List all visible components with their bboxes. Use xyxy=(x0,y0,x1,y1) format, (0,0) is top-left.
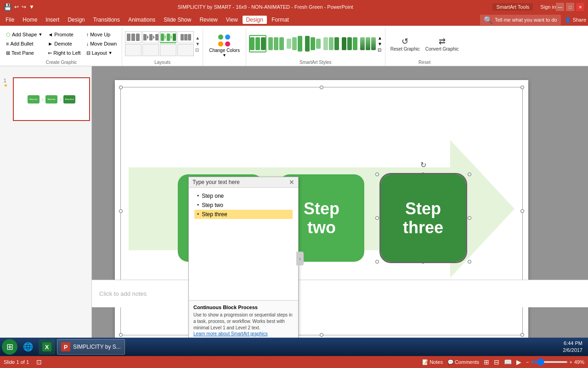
menu-view[interactable]: View xyxy=(222,16,242,24)
fit-slide-icon[interactable]: ⊡ xyxy=(36,358,42,366)
text-pane-item-2[interactable]: • Step two xyxy=(194,201,293,210)
layout-expand[interactable]: ⊡ xyxy=(195,47,200,52)
style-swatch-6[interactable] xyxy=(341,35,358,52)
slide-thumbnail[interactable]: Step one › Step two › Step three xyxy=(13,77,90,121)
learn-more-link[interactable]: Learn more about SmartArt graphics xyxy=(193,331,294,336)
styles-scroll-down[interactable]: ▼ xyxy=(378,41,382,46)
add-bullet-button[interactable]: ≡ Add Bullet xyxy=(4,40,45,48)
style-swatch-4[interactable] xyxy=(304,35,322,52)
notes-button[interactable]: 📝 Notes xyxy=(422,359,443,365)
layout-swatch-7[interactable] xyxy=(160,44,176,56)
style-swatch-7[interactable] xyxy=(359,35,377,52)
step3-handle-bl[interactable] xyxy=(375,260,379,264)
step3-handle-tl[interactable] xyxy=(375,172,379,176)
step3-handle-mr[interactable] xyxy=(468,216,471,220)
rotate-handle[interactable]: ↻ xyxy=(420,161,426,169)
text-pane-empty-area[interactable] xyxy=(194,223,293,296)
menu-insert[interactable]: Insert xyxy=(42,16,63,24)
handle-tr[interactable] xyxy=(520,86,524,89)
text-pane-close-button[interactable]: ✕ xyxy=(289,179,294,185)
handle-bc[interactable] xyxy=(320,333,323,337)
menu-transitions[interactable]: Transitions xyxy=(90,16,124,24)
zoom-in-icon[interactable]: + xyxy=(570,359,572,365)
text-pane-item-3-label: Step three xyxy=(202,211,227,218)
notes-area[interactable]: Click to add notes xyxy=(92,280,588,307)
start-button[interactable]: ⊞ xyxy=(2,339,17,355)
menu-home[interactable]: Home xyxy=(19,16,41,24)
right-to-left-button[interactable]: ⇐ Right to Left xyxy=(45,49,83,57)
step-three-label: Step three xyxy=(403,199,443,237)
layout-swatch-5[interactable] xyxy=(125,44,141,56)
handle-bl[interactable] xyxy=(119,333,123,337)
maximize-button[interactable]: □ xyxy=(566,3,574,11)
step3-handle-br[interactable] xyxy=(468,260,471,264)
styles-expand[interactable]: ⊡ xyxy=(378,47,382,52)
main-editing-area[interactable]: Step one Step two ↻ Step three xyxy=(92,66,588,338)
undo-icon[interactable]: ↩ xyxy=(14,4,19,10)
reset-graphic-button[interactable]: ↺ Reset Graphic xyxy=(388,31,422,57)
window-controls[interactable]: — □ ✕ xyxy=(556,3,584,11)
menu-file[interactable]: File xyxy=(2,16,18,24)
minimize-button[interactable]: — xyxy=(556,3,564,11)
move-up-button[interactable]: ↑ Move Up xyxy=(84,30,119,39)
style-swatch-3[interactable] xyxy=(286,35,303,52)
layout-swatch-1[interactable] xyxy=(125,31,141,43)
layout-swatch-6[interactable] xyxy=(142,44,159,56)
share-button[interactable]: 👤 Share xyxy=(565,17,586,23)
zoom-slider-input[interactable] xyxy=(531,361,568,363)
comments-button[interactable]: 💬 Comments xyxy=(447,359,479,365)
text-pane: Type your text here ✕ • Step one • Step … xyxy=(188,177,299,338)
move-down-button[interactable]: ↓ Move Down xyxy=(84,40,119,48)
signin-button[interactable]: Sign in xyxy=(540,4,556,10)
taskbar-powerpoint[interactable]: P SIMPLICITY by S... xyxy=(57,339,125,355)
text-pane-item-3[interactable]: • Step three xyxy=(194,210,293,219)
text-pane-collapse-arrow[interactable]: › xyxy=(296,252,304,265)
text-pane-button[interactable]: ⊞ Text Pane xyxy=(4,49,45,57)
layout-button[interactable]: ⊟ Layout ▼ xyxy=(84,49,119,57)
style-swatch-2[interactable] xyxy=(267,35,285,52)
handle-br[interactable] xyxy=(520,333,524,337)
layout-swatch-3[interactable] xyxy=(160,31,176,43)
menu-design[interactable]: Design xyxy=(64,16,88,24)
menu-design-contextual[interactable]: Design xyxy=(243,16,267,24)
add-shape-button[interactable]: ⬡ Add Shape ▼ xyxy=(4,30,45,39)
search-bar[interactable]: 🔍 Tell me what you want to do xyxy=(480,15,561,25)
handle-mr[interactable] xyxy=(520,209,524,213)
menu-slideshow[interactable]: Slide Show xyxy=(160,16,195,24)
layout-swatch-2[interactable] xyxy=(142,31,159,43)
normal-view-icon[interactable]: ⊞ xyxy=(484,358,489,366)
promote-button[interactable]: ◄ Promote xyxy=(45,30,83,39)
slide-sorter-icon[interactable]: ⊟ xyxy=(494,358,499,366)
save-icon[interactable]: 💾 xyxy=(4,3,11,11)
layout-scroll-down[interactable]: ▼ xyxy=(195,41,200,46)
menu-format[interactable]: Format xyxy=(268,16,293,24)
style-swatch-5[interactable] xyxy=(322,35,340,52)
step3-handle-ml[interactable] xyxy=(375,216,379,220)
customize-icon[interactable]: ▼ xyxy=(29,4,34,10)
reset-buttons: ↺ Reset Graphic ⇄ Convert Graphic xyxy=(388,28,461,60)
layout-scroll-up[interactable]: ▲ xyxy=(195,35,200,40)
handle-tc[interactable] xyxy=(320,86,323,89)
convert-graphic-button[interactable]: ⇄ Convert Graphic xyxy=(423,31,461,57)
reading-view-icon[interactable]: 📖 xyxy=(504,358,512,366)
style-swatch-1[interactable] xyxy=(249,35,266,52)
step3-handle-tr[interactable] xyxy=(468,172,471,176)
taskbar-chrome[interactable]: 🌐 xyxy=(19,339,37,355)
taskbar-excel[interactable]: X xyxy=(39,339,55,355)
change-colors-button[interactable]: Change Colors ▼ xyxy=(206,33,243,59)
zoom-out-icon[interactable]: − xyxy=(526,359,529,365)
step-three-box[interactable]: Step three xyxy=(381,174,466,262)
slideshow-icon[interactable]: ▶ xyxy=(516,358,521,366)
redo-icon[interactable]: ↪ xyxy=(22,4,26,10)
move-up-icon: ↑ xyxy=(86,32,89,37)
menu-review[interactable]: Review xyxy=(196,16,221,24)
close-button[interactable]: ✕ xyxy=(576,3,584,11)
demote-button[interactable]: ► Demote xyxy=(45,40,83,48)
handle-ml[interactable] xyxy=(119,209,123,213)
handle-tl[interactable] xyxy=(119,86,123,89)
layout-swatch-8[interactable] xyxy=(177,44,194,56)
styles-scroll-up[interactable]: ▲ xyxy=(378,35,382,40)
layout-swatch-4[interactable] xyxy=(177,31,194,43)
text-pane-item-1[interactable]: • Step one xyxy=(194,191,293,201)
menu-animations[interactable]: Animations xyxy=(124,16,159,24)
